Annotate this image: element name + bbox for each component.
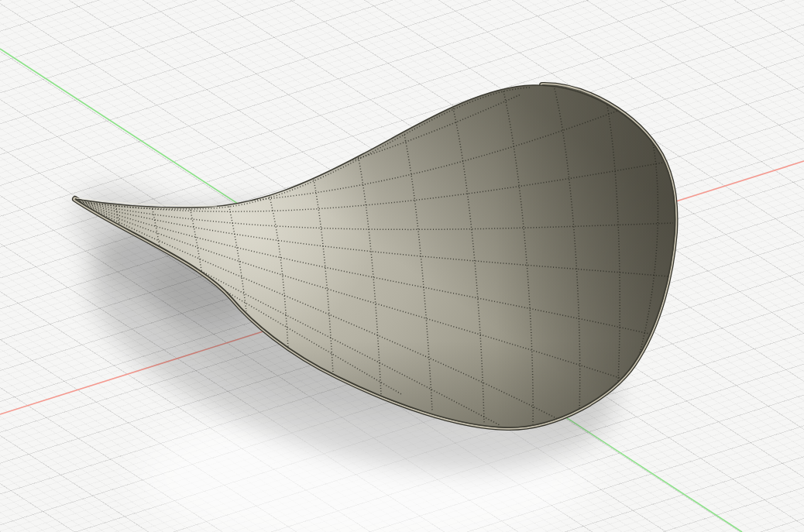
scene-canvas (0, 0, 804, 532)
cad-viewport[interactable] (0, 0, 804, 532)
